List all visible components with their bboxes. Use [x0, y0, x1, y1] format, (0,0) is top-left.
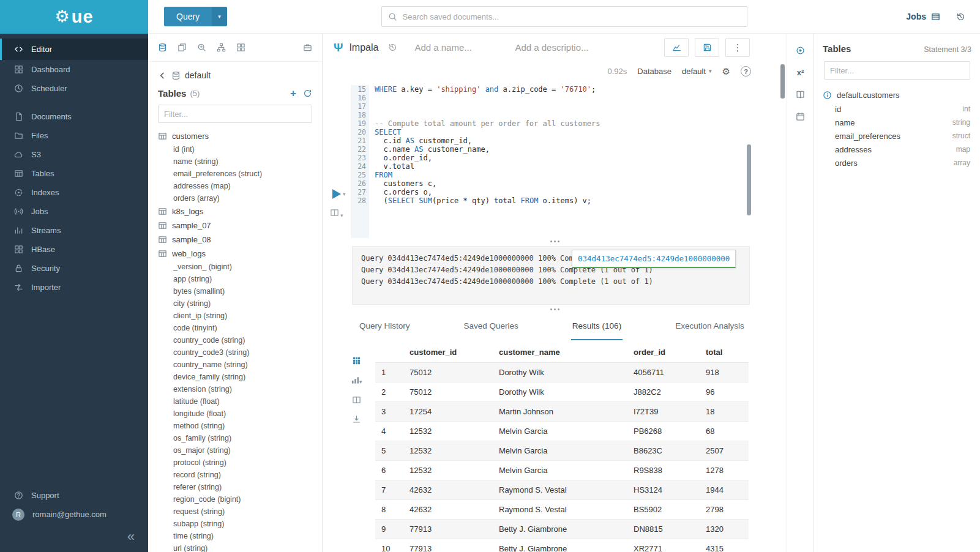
sidebar-item-s3[interactable]: S3 — [0, 145, 148, 164]
code-line[interactable]: (SELECT SUM(price * qty) total FROM o.it… — [375, 196, 787, 205]
new-query-button[interactable]: Query ▾ — [164, 7, 227, 26]
assist-column[interactable]: device_family (string) — [148, 371, 322, 383]
save-button[interactable] — [695, 38, 719, 57]
results-cell[interactable]: Dorothy Wilk — [493, 363, 627, 382]
assist-column[interactable]: extension (string) — [148, 383, 322, 395]
code-line[interactable]: c.id AS customer_id, — [375, 136, 787, 145]
schedule-icon[interactable] — [796, 112, 805, 121]
assist-column[interactable]: subapp (string) — [148, 518, 322, 530]
results-cell[interactable]: B8623C — [627, 441, 700, 461]
engine-selector[interactable]: Ψ Impala — [334, 42, 378, 53]
results-cell[interactable]: 12532 — [403, 422, 493, 441]
results-cell[interactable]: 75012 — [403, 382, 493, 402]
assist-table-customers[interactable]: customers — [148, 129, 322, 143]
add-table-icon[interactable]: + — [290, 88, 296, 99]
results-cell[interactable]: Melvin Garcia — [493, 441, 627, 461]
assist-search-icon[interactable] — [197, 43, 206, 52]
assist-column[interactable]: latitude (float) — [148, 395, 322, 408]
results-cell[interactable]: 2798 — [700, 500, 749, 520]
results-cell[interactable]: Raymond S. Vestal — [493, 500, 627, 520]
sidebar-item-importer[interactable]: Importer — [0, 278, 148, 297]
code-line[interactable]: v.total — [375, 162, 787, 171]
results-cell[interactable]: Betty J. Giambrone — [493, 539, 627, 552]
help-icon[interactable]: ? — [741, 66, 751, 76]
tab-saved-queries[interactable]: Saved Queries — [463, 313, 520, 340]
assist-column[interactable]: country_code (string) — [148, 334, 322, 346]
results-header[interactable]: total — [700, 341, 749, 363]
assist-table-sample_07[interactable]: sample_07 — [148, 218, 322, 233]
results-chart-button[interactable]: ▾ — [351, 376, 362, 385]
results-cell[interactable]: 42632 — [403, 500, 493, 520]
assist-column[interactable]: client_ip (string) — [148, 310, 322, 322]
results-cell[interactable]: 918 — [700, 363, 749, 382]
results-cell[interactable]: BS5902 — [627, 500, 700, 520]
results-cell[interactable]: PB6268 — [627, 422, 700, 441]
assist-hdfs-icon[interactable] — [217, 43, 226, 52]
results-cell[interactable]: 18 — [700, 402, 749, 422]
results-cell[interactable]: HS3124 — [627, 480, 700, 500]
code-line[interactable]: c.orders o, — [375, 188, 787, 196]
results-cell[interactable]: J882C2 — [627, 382, 700, 402]
code-line[interactable] — [375, 111, 787, 119]
assist-column[interactable]: bytes (smallint) — [148, 285, 322, 297]
assist-column[interactable]: os_major (string) — [148, 444, 322, 457]
results-cell[interactable]: 68 — [700, 422, 749, 441]
query-button-label[interactable]: Query — [164, 7, 212, 26]
tab-query-history[interactable]: Query History — [358, 313, 411, 340]
assist-column[interactable]: country_name (string) — [148, 359, 322, 371]
results-header[interactable]: customer_id — [403, 341, 493, 363]
results-cell[interactable]: 77913 — [403, 539, 493, 552]
results-cell[interactable]: R9S838 — [627, 461, 700, 480]
assist-column[interactable]: country_code3 (string) — [148, 346, 322, 359]
sidebar-item-tables[interactable]: Tables — [0, 164, 148, 183]
execute-options-caret-icon[interactable]: ▾ — [343, 192, 346, 197]
global-history-icon[interactable] — [956, 12, 965, 21]
assist-column[interactable]: protocol (string) — [148, 457, 322, 469]
results-cell[interactable]: Melvin Garcia — [493, 461, 627, 480]
assist-column[interactable]: record (string) — [148, 469, 322, 481]
editor-options-button[interactable]: ▾ — [330, 208, 343, 219]
assist-column[interactable]: url (string) — [148, 542, 322, 552]
assist-column[interactable]: referer (string) — [148, 481, 322, 493]
results-cell[interactable]: DN8815 — [627, 520, 700, 539]
splitter-handle-bottom[interactable] — [323, 306, 787, 313]
search-input[interactable] — [403, 12, 741, 21]
page-scrollbar[interactable] — [780, 64, 785, 99]
query-dropdown-caret-icon[interactable]: ▾ — [212, 7, 227, 26]
assist-column[interactable]: region_code (bigint) — [148, 493, 322, 505]
assist-collections-icon[interactable] — [303, 43, 312, 52]
code-line[interactable]: o.order_id, — [375, 154, 787, 162]
results-cell[interactable]: 1320 — [700, 520, 749, 539]
back-chevron-icon[interactable] — [158, 71, 167, 80]
results-cell[interactable]: 4056711 — [627, 363, 700, 382]
assist-column[interactable]: os_family (string) — [148, 432, 322, 444]
tab-execution-analysis[interactable]: Execution Analysis — [674, 313, 746, 340]
more-actions-button[interactable]: ⋮ — [725, 38, 750, 57]
right-panel-column[interactable]: email_preferencesstruct — [814, 129, 980, 143]
query-name-input[interactable] — [414, 42, 506, 53]
results-cell[interactable]: 1944 — [700, 480, 749, 500]
results-header[interactable]: order_id — [627, 341, 700, 363]
collapse-sidebar-icon[interactable]: « — [127, 531, 135, 542]
assist-column[interactable]: request (string) — [148, 505, 322, 518]
editor-content[interactable]: WHERE a.key = 'shipping' and a.zip_code … — [369, 85, 787, 238]
results-grid-button[interactable] — [352, 356, 361, 365]
results-cell[interactable]: 4315 — [700, 539, 749, 552]
right-panel-column[interactable]: namestring — [814, 116, 980, 129]
sidebar-item-dashboard[interactable]: Dashboard — [0, 60, 148, 79]
results-cell[interactable]: Martin Johnson — [493, 402, 627, 422]
results-cell[interactable]: 17254 — [403, 402, 493, 422]
active-table[interactable]: default.customers — [814, 84, 980, 102]
assist-column[interactable]: name (string) — [148, 155, 322, 168]
results-cell[interactable]: Melvin Garcia — [493, 422, 627, 441]
assist-table-web_logs[interactable]: web_logs — [148, 247, 322, 261]
right-panel-column[interactable]: ordersarray — [814, 156, 980, 170]
assist-documents-icon[interactable] — [178, 43, 187, 52]
results-cell[interactable]: 12532 — [403, 441, 493, 461]
execute-button[interactable] — [332, 189, 341, 199]
results-cell[interactable]: 2507 — [700, 441, 749, 461]
editor-settings-icon[interactable]: ⚙ — [722, 67, 730, 76]
hue-logo[interactable]: ⚙ ue — [0, 0, 148, 34]
assist-column[interactable]: app (string) — [148, 273, 322, 285]
breadcrumb-database[interactable]: default — [185, 70, 211, 80]
